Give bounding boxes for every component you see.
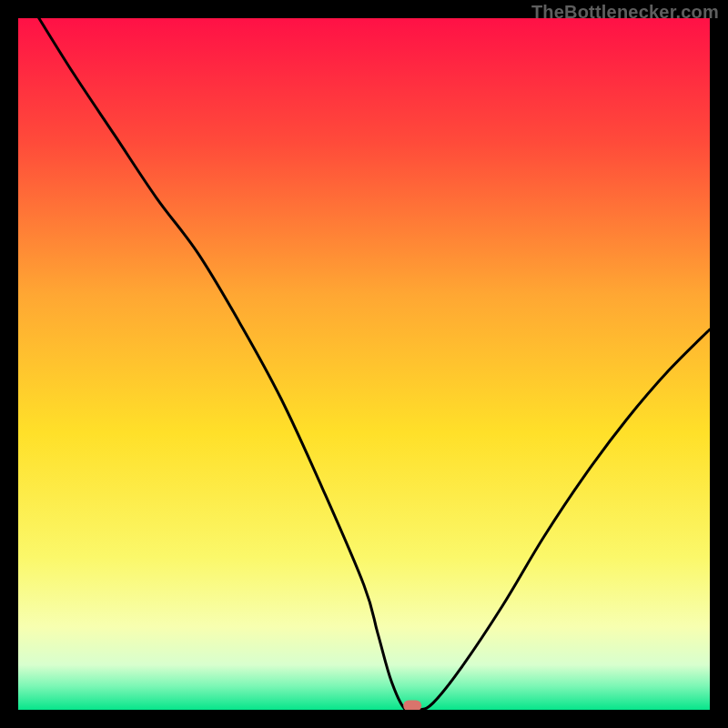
plot-area <box>18 18 710 710</box>
bottleneck-chart <box>18 18 710 710</box>
chart-container: TheBottlenecker.com <box>0 0 728 728</box>
optimal-marker <box>403 700 421 710</box>
watermark-text: TheBottlenecker.com <box>531 2 719 23</box>
gradient-background <box>18 18 710 710</box>
